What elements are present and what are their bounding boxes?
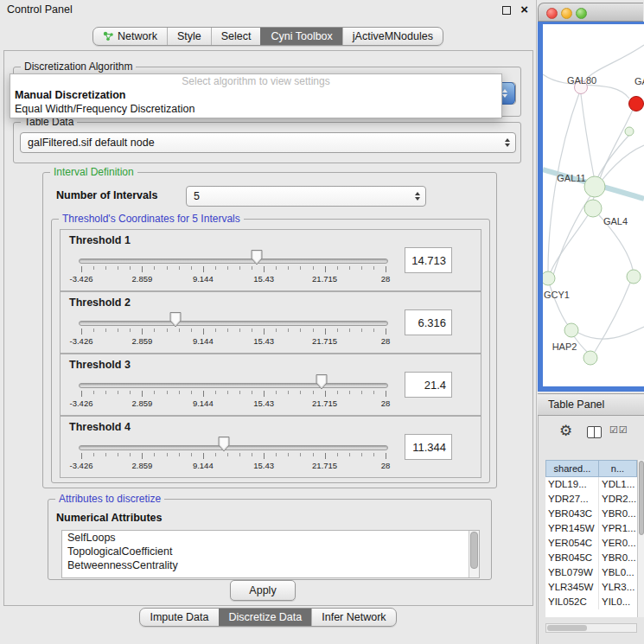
slider-track[interactable]	[79, 258, 388, 264]
network-node[interactable]	[627, 270, 641, 284]
node-label: GA	[634, 76, 644, 86]
slider-tick	[373, 328, 374, 332]
threshold-value-field[interactable]: 6.316	[405, 309, 452, 335]
attribute-item[interactable]: TopologicalCoefficient	[62, 545, 479, 558]
checkbox-icons[interactable]: ☑☑	[609, 424, 628, 436]
tab-network[interactable]: Network	[93, 28, 167, 45]
close-icon[interactable]: ×	[520, 2, 528, 16]
threshold-value-field[interactable]: 14.713	[405, 247, 452, 273]
slider-track[interactable]	[79, 383, 388, 388]
apply-button[interactable]: Apply	[230, 580, 296, 601]
table-vertical-scrollbar[interactable]	[637, 460, 644, 617]
slider-tick	[361, 391, 362, 394]
mac-minimize-button[interactable]	[561, 8, 572, 19]
table-row[interactable]: YPR145WYPR1...	[545, 521, 637, 536]
numerical-attributes-list[interactable]: SelfLoopsTopologicalCoefficientBetweenne…	[61, 530, 480, 578]
combobox-stepper[interactable]	[505, 133, 510, 152]
attribute-item[interactable]: BetweennessCentrality	[62, 558, 479, 572]
network-node[interactable]	[543, 271, 555, 285]
slider-tick	[337, 328, 338, 332]
network-edge[interactable]	[595, 283, 630, 352]
threshold-value-field[interactable]: 21.4	[405, 372, 452, 398]
network-edge[interactable]	[578, 327, 644, 339]
slider-tick	[276, 453, 277, 456]
column-header-shared-name[interactable]: shared...	[545, 460, 599, 477]
table-row[interactable]: YBR045CYBR0...	[545, 551, 637, 565]
number-of-intervals-combobox[interactable]: 5	[186, 186, 426, 207]
scrollbar-thumb[interactable]	[547, 625, 587, 631]
table-row[interactable]: YDL19...YDL1...	[545, 477, 637, 492]
slider-tick	[191, 328, 192, 332]
table-row[interactable]: YBR043CYBR0...	[545, 507, 637, 521]
numerical-attributes-label: Numerical Attributes	[56, 512, 162, 524]
tab-jactivemnodules[interactable]: jActiveMNodules	[342, 28, 443, 45]
tab-cyni-toolbox[interactable]: Cyni Toolbox	[260, 28, 341, 45]
slider-tick-label: -3.426	[70, 274, 93, 284]
threshold-slider[interactable]: -3.4262.8599.14415.4321.71528	[81, 354, 386, 415]
network-edge[interactable]	[551, 215, 588, 272]
slider-thumb[interactable]	[169, 312, 182, 328]
threshold-slider[interactable]: -3.4262.8599.14415.4321.71528	[81, 292, 386, 353]
slider-tick	[313, 266, 314, 270]
dropdown-item[interactable]: Manual Discretization	[10, 88, 501, 102]
scrollbar-thumb[interactable]	[639, 461, 644, 535]
tab-label: Discretize Data	[229, 611, 303, 623]
bottom-tab-discretize-data[interactable]: Discretize Data	[219, 609, 312, 626]
network-node[interactable]	[584, 176, 605, 197]
column-header-name[interactable]: n...	[599, 460, 637, 477]
slider-tick	[167, 266, 168, 270]
network-edge[interactable]	[600, 110, 633, 179]
bottom-tab-bar: Impute DataDiscretize DataInfer Network	[0, 608, 536, 627]
slider-tick	[154, 391, 155, 394]
slider-tick	[203, 453, 204, 459]
table-horizontal-scrollbar[interactable]	[545, 623, 637, 633]
network-node[interactable]	[625, 127, 634, 136]
attribute-item[interactable]: SelfLoops	[62, 531, 479, 545]
node-label: HAP2	[552, 341, 577, 352]
slider-track[interactable]	[79, 445, 388, 450]
network-node[interactable]	[583, 351, 597, 365]
combobox-stepper[interactable]	[415, 187, 420, 206]
list-scrollbar[interactable]	[469, 531, 479, 577]
slider-thumb[interactable]	[316, 374, 328, 390]
slider-tick-label: 9.144	[193, 274, 214, 284]
table-row[interactable]: YLR345WYLR3...	[545, 580, 637, 595]
slider-tick	[191, 391, 192, 394]
slider-tick	[142, 328, 143, 335]
threshold-slider[interactable]: -3.4262.8599.14415.4321.71528	[81, 230, 386, 290]
threshold-slider[interactable]: -3.4262.8599.14415.4321.71528	[81, 417, 386, 477]
network-edge[interactable]	[581, 94, 594, 176]
table-data-combobox[interactable]: galFiltered.sif default node	[20, 132, 516, 153]
network-node[interactable]	[564, 323, 578, 337]
network-node[interactable]	[629, 97, 644, 112]
scrollbar-thumb[interactable]	[470, 532, 478, 569]
network-view-window: GAL80GAL11GAL4GCY1HAP2GA	[538, 3, 644, 392]
bottom-tab-impute-data[interactable]: Impute Data	[140, 609, 218, 626]
dropdown-item[interactable]: Equal Width/Frequency Discretization	[10, 102, 501, 116]
table-row[interactable]: YDR27...YDR2...	[545, 492, 637, 507]
threshold-value-field[interactable]: 11.344	[405, 434, 452, 460]
slider-thumb[interactable]	[251, 250, 263, 265]
slider-thumb[interactable]	[218, 437, 230, 452]
tab-select[interactable]: Select	[211, 28, 261, 45]
table-row[interactable]: YER054CYER0...	[545, 536, 637, 551]
slider-tick-label: 15.43	[253, 274, 274, 284]
network-canvas[interactable]: GAL80GAL11GAL4GCY1HAP2GA	[543, 24, 644, 386]
tab-style[interactable]: Style	[167, 28, 211, 45]
slider-tick	[130, 453, 131, 456]
network-node[interactable]	[584, 200, 602, 217]
slider-tick	[179, 391, 180, 394]
gear-icon[interactable]: ⚙	[559, 422, 572, 440]
bottom-tab-infer-network[interactable]: Infer Network	[311, 609, 395, 626]
mac-zoom-button[interactable]	[576, 8, 587, 19]
table-row[interactable]: YBL079WYBL0...	[545, 565, 637, 580]
mac-close-button[interactable]	[546, 8, 558, 19]
slider-track[interactable]	[79, 321, 388, 326]
network-view-frame: GAL80GAL11GAL4GCY1HAP2GA	[538, 22, 644, 392]
control-panel-window: Control Panel × NetworkStyleSelectCyni T…	[0, 0, 537, 644]
table-row[interactable]: YIL052CYIL0...	[545, 595, 637, 609]
slider-tick	[300, 453, 301, 456]
columns-icon[interactable]	[587, 426, 602, 438]
float-window-icon[interactable]	[502, 6, 511, 15]
slider-tick	[130, 266, 131, 270]
